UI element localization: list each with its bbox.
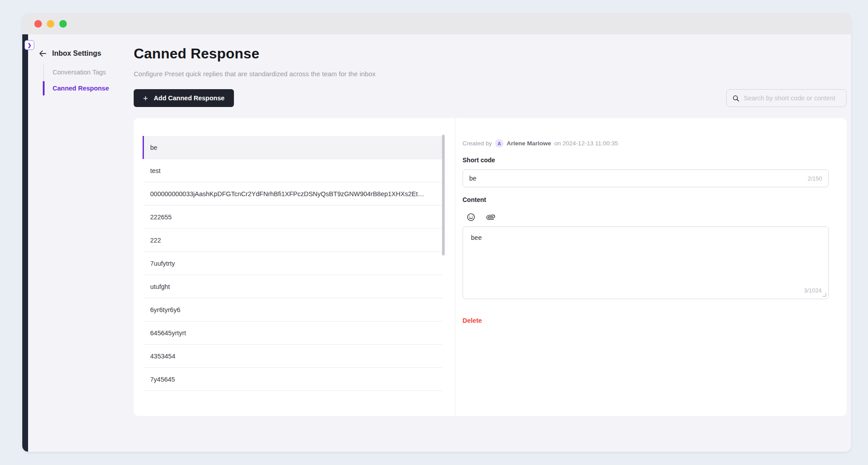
resize-handle-icon[interactable] [823, 293, 826, 296]
close-window-button[interactable] [34, 20, 42, 28]
short-code-counter: 2/150 [807, 175, 822, 182]
list-item[interactable]: 6yr6tyr6y6 [143, 298, 442, 321]
paperclip-icon [485, 211, 497, 223]
window-titlebar [22, 13, 851, 34]
list-scrollbar-thumb[interactable] [442, 135, 445, 255]
add-canned-response-button[interactable]: + Add Canned Response [134, 89, 234, 107]
sidebar-item-conversation-tags[interactable]: Conversation Tags [44, 64, 133, 80]
search-input[interactable] [744, 95, 841, 102]
app-window: ❯ Inbox Settings Conversation Tags Canne… [22, 13, 851, 452]
list-item[interactable]: utufght [143, 275, 442, 298]
settings-sidebar: Inbox Settings Conversation Tags Canned … [38, 49, 133, 96]
sidebar-header: Inbox Settings [38, 49, 133, 58]
page-title: Canned Response [134, 45, 259, 62]
short-code-field: 2/150 [463, 169, 829, 187]
content-toolbar [463, 213, 829, 222]
arrow-left-icon [38, 49, 47, 58]
sidebar-nav: Conversation Tags Canned Response [43, 64, 133, 96]
canned-response-list: be test 000000000033jAashKpDFGTcnCr2YdFN… [143, 136, 442, 391]
creator-avatar: A [495, 139, 504, 148]
short-code-input[interactable] [469, 175, 803, 182]
list-item[interactable]: test [143, 159, 442, 182]
list-item[interactable]: 7y45645 [143, 368, 442, 391]
maximize-window-button[interactable] [59, 20, 67, 28]
smiley-icon [467, 213, 475, 222]
chevron-right-icon: ❯ [27, 42, 31, 48]
delete-button[interactable]: Delete [463, 317, 482, 324]
creator-name: Arlene Marlowe [507, 140, 551, 147]
back-button[interactable] [38, 49, 47, 58]
search-box [726, 89, 847, 107]
sidebar-item-canned-response[interactable]: Canned Response [44, 80, 133, 96]
content-field: bee 3/1024 [463, 226, 829, 299]
content-label: Content [463, 196, 829, 203]
created-on-text: on 2024-12-13 11:00:35 [554, 140, 618, 147]
list-item[interactable]: be [143, 136, 442, 159]
attach-file-button[interactable] [487, 213, 495, 222]
search-icon [732, 95, 740, 102]
collapsed-sidebar-strip [22, 34, 28, 452]
content-counter: 3/1024 [804, 287, 822, 294]
list-item[interactable]: 222 [143, 229, 442, 252]
short-code-label: Short code [463, 156, 829, 164]
list-item[interactable]: 222655 [143, 206, 442, 229]
canned-response-detail: Created by A Arlene Marlowe on 2024-12-1… [463, 118, 829, 325]
add-button-label: Add Canned Response [154, 95, 225, 102]
page-subtitle: Configure Preset quick replies that are … [134, 70, 376, 78]
list-item[interactable]: 4353454 [143, 345, 442, 368]
expand-sidebar-button[interactable]: ❯ [25, 40, 34, 50]
list-item[interactable]: 7uufytrty [143, 252, 442, 275]
list-item[interactable]: 645645yrtyrt [143, 321, 442, 345]
sidebar-title: Inbox Settings [52, 49, 101, 58]
created-by-label: Created by [463, 140, 492, 147]
canned-response-card: be test 000000000033jAashKpDFGTcnCr2YdFN… [134, 118, 847, 416]
list-item[interactable]: 000000000033jAashKpDFGTcnCr2YdFNrhBfi1XF… [143, 182, 442, 206]
plus-icon: + [143, 94, 148, 103]
content-textarea[interactable]: bee [463, 227, 828, 299]
emoji-picker-button[interactable] [467, 213, 475, 222]
minimize-window-button[interactable] [47, 20, 54, 28]
panel-divider [455, 118, 455, 416]
created-by-row: Created by A Arlene Marlowe on 2024-12-1… [463, 139, 829, 148]
